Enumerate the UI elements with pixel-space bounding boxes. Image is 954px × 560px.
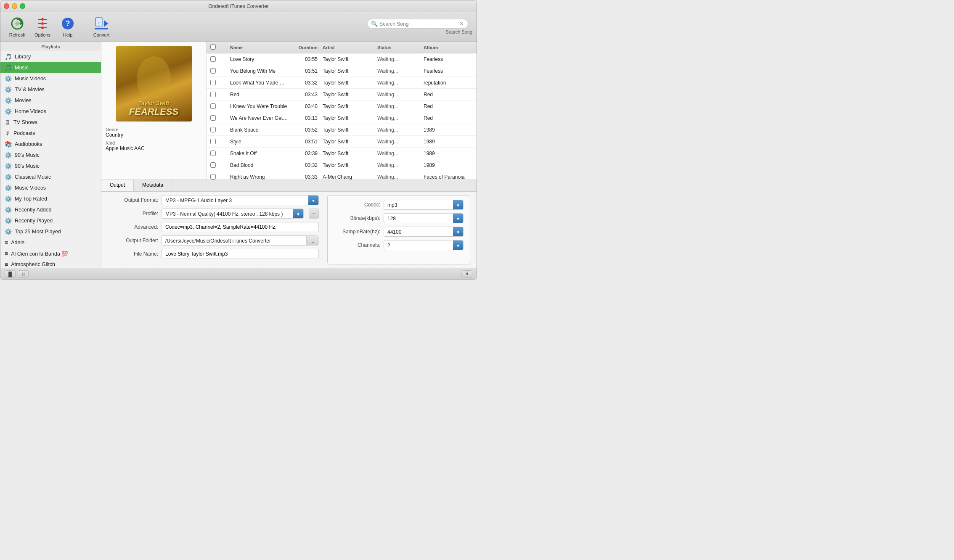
- table-row[interactable]: Style 03:51 Taylor Swift Waiting... 1989: [207, 136, 477, 148]
- channels-arrow[interactable]: ▼: [453, 240, 463, 250]
- samplerate-arrow[interactable]: ▼: [453, 227, 463, 237]
- row-checkbox[interactable]: [210, 103, 216, 109]
- output-format-arrow[interactable]: ▼: [308, 195, 318, 205]
- table-row[interactable]: We Are Never Ever Getting Back Tog... 03…: [207, 112, 477, 124]
- channels-label: Channels:: [334, 242, 380, 248]
- sidebar-item-atmospheric-glitch[interactable]: ≡ Atmospheric Glitch: [0, 259, 101, 268]
- sidebar-item-classical[interactable]: ⚙️ Classical Music: [0, 172, 101, 182]
- table-row[interactable]: Blank Space 03:52 Taylor Swift Waiting..…: [207, 124, 477, 136]
- row-checkbox-cell[interactable]: [207, 162, 219, 168]
- sidebar-scroll[interactable]: 🎵 Library 🎵 Music ⚙️ Music Videos ⚙️ TV …: [0, 51, 101, 268]
- sidebar-item-adele[interactable]: ≡ Adele: [0, 237, 101, 248]
- song-duration: 03:32: [291, 162, 320, 168]
- row-checkbox-cell[interactable]: [207, 80, 219, 85]
- sidebar-item-music-videos-2[interactable]: ⚙️ Music Videos: [0, 182, 101, 193]
- tab-metadata[interactable]: Metadata: [134, 180, 172, 191]
- file-name-input[interactable]: [162, 249, 319, 259]
- search-box[interactable]: 🔍 ✕: [367, 19, 468, 29]
- close-button[interactable]: [4, 3, 9, 9]
- row-checkbox[interactable]: [210, 127, 216, 132]
- refresh-button[interactable]: Refresh: [5, 16, 30, 37]
- profile-arrow[interactable]: ▼: [293, 209, 303, 219]
- convert-button[interactable]: ♪ Convert: [89, 16, 114, 37]
- row-checkbox[interactable]: [210, 68, 216, 74]
- samplerate-dropdown[interactable]: 44100 ▼: [384, 227, 464, 237]
- music-icon: 🎵: [5, 64, 12, 71]
- sidebar-item-recently-added[interactable]: ⚙️ Recently Added: [0, 204, 101, 215]
- profile-minus-button[interactable]: −: [309, 209, 319, 219]
- row-checkbox-cell[interactable]: [207, 56, 219, 62]
- select-all-checkbox[interactable]: [210, 44, 216, 50]
- options-button[interactable]: Options: [30, 16, 55, 37]
- svg-point-5: [41, 26, 44, 29]
- output-format-dropdown[interactable]: MP3 - MPEG-1 Audio Layer 3 ▼: [162, 195, 319, 205]
- table-row[interactable]: I Knew You Were Trouble 03:40 Taylor Swi…: [207, 100, 477, 112]
- channels-dropdown[interactable]: 2 ▼: [384, 240, 464, 250]
- row-checkbox[interactable]: [210, 174, 216, 180]
- sidebar-item-recently-played[interactable]: ⚙️ Recently Played: [0, 215, 101, 226]
- codec-arrow[interactable]: ▼: [453, 200, 463, 210]
- song-artist: Taylor Swift: [320, 139, 375, 145]
- row-checkbox-cell[interactable]: [207, 68, 219, 74]
- song-list-scroll[interactable]: Love Story 03:55 Taylor Swift Waiting...…: [207, 53, 477, 180]
- sidebar-item-music-videos[interactable]: ⚙️ Music Videos: [0, 73, 101, 84]
- search-clear-icon[interactable]: ✕: [459, 21, 464, 27]
- browse-button[interactable]: ...: [306, 236, 318, 246]
- row-checkbox-cell[interactable]: [207, 103, 219, 109]
- sidebar-item-my-top-rated[interactable]: ⚙️ My Top Rated: [0, 193, 101, 204]
- row-checkbox-cell[interactable]: [207, 139, 219, 144]
- sidebar-item-home-videos[interactable]: ⚙️ Home Videos: [0, 106, 101, 117]
- table-row[interactable]: Love Story 03:55 Taylor Swift Waiting...…: [207, 53, 477, 65]
- sidebar-item-tv-movies[interactable]: ⚙️ TV & Movies: [0, 84, 101, 95]
- sidebar-item-podcasts[interactable]: 🎙 Podcasts: [0, 128, 101, 139]
- row-checkbox-cell[interactable]: [207, 115, 219, 121]
- row-checkbox-cell[interactable]: [207, 174, 219, 180]
- row-checkbox[interactable]: [210, 92, 216, 97]
- search-input[interactable]: [379, 21, 459, 27]
- play-button[interactable]: ▐▌: [5, 270, 16, 278]
- codec-row: Codec: mp3 ▼: [334, 200, 464, 210]
- sidebar-item-al-cien[interactable]: ≡ Al Cien con la Banda 💯: [0, 248, 101, 259]
- row-checkbox[interactable]: [210, 162, 216, 168]
- bitrate-dropdown[interactable]: 128 ▼: [384, 213, 464, 223]
- table-row[interactable]: Red 03:43 Taylor Swift Waiting... Red: [207, 89, 477, 100]
- row-checkbox[interactable]: [210, 115, 216, 121]
- pause-button[interactable]: ⏸: [18, 270, 29, 278]
- row-checkbox-cell[interactable]: [207, 151, 219, 156]
- sidebar-item-audiobooks[interactable]: 📚 Audiobooks: [0, 139, 101, 150]
- maximize-button[interactable]: [20, 3, 25, 9]
- sidebar-item-movies[interactable]: ⚙️ Movies: [0, 95, 101, 106]
- table-row[interactable]: You Belong With Me 03:51 Taylor Swift Wa…: [207, 65, 477, 77]
- song-artist: Taylor Swift: [320, 103, 375, 109]
- table-row[interactable]: Bad Blood 03:32 Taylor Swift Waiting... …: [207, 159, 477, 171]
- output-format-row: Output Format: MP3 - MPEG-1 Audio Layer …: [108, 195, 319, 205]
- row-checkbox[interactable]: [210, 139, 216, 144]
- sidebar-item-90s-music[interactable]: ⚙️ 90's Music: [0, 150, 101, 161]
- tab-output[interactable]: Output: [101, 180, 134, 191]
- resize-button[interactable]: ⠿: [461, 270, 472, 278]
- search-label: Search Song: [445, 29, 472, 34]
- sidebar-item-library[interactable]: 🎵 Library: [0, 51, 101, 62]
- row-checkbox[interactable]: [210, 80, 216, 85]
- help-button[interactable]: ? Help: [55, 16, 80, 37]
- table-row[interactable]: Look What You Made Me Do 03:32 Taylor Sw…: [207, 77, 477, 89]
- home-videos-icon: ⚙️: [5, 108, 12, 115]
- output-folder-field[interactable]: /Users/Joyce/Music/Ondesoft iTunes Conve…: [162, 235, 319, 246]
- codec-dropdown[interactable]: mp3 ▼: [384, 200, 464, 210]
- song-name: Shake It Off: [228, 151, 291, 156]
- minimize-button[interactable]: [12, 3, 17, 9]
- bitrate-arrow[interactable]: ▼: [453, 214, 463, 223]
- sidebar-item-tv-shows[interactable]: 🖥 TV Shows: [0, 117, 101, 128]
- advanced-input[interactable]: [162, 222, 319, 232]
- row-checkbox-cell[interactable]: [207, 92, 219, 97]
- sidebar-item-top-25[interactable]: ⚙️ Top 25 Most Played: [0, 226, 101, 237]
- profile-dropdown[interactable]: MP3 - Normal Quality( 44100 Hz, stereo ,…: [162, 209, 304, 219]
- table-row[interactable]: Shake It Off 03:39 Taylor Swift Waiting.…: [207, 148, 477, 159]
- song-name: Bad Blood: [228, 162, 291, 168]
- row-checkbox[interactable]: [210, 151, 216, 156]
- sidebar-item-90s-music-2[interactable]: ⚙️ 90's Music: [0, 161, 101, 172]
- row-checkbox-cell[interactable]: [207, 127, 219, 132]
- sidebar-item-music[interactable]: 🎵 Music: [0, 62, 101, 73]
- row-checkbox[interactable]: [210, 56, 216, 62]
- table-row[interactable]: Right as Wrong 03:33 A-Mei Chang Waiting…: [207, 171, 477, 180]
